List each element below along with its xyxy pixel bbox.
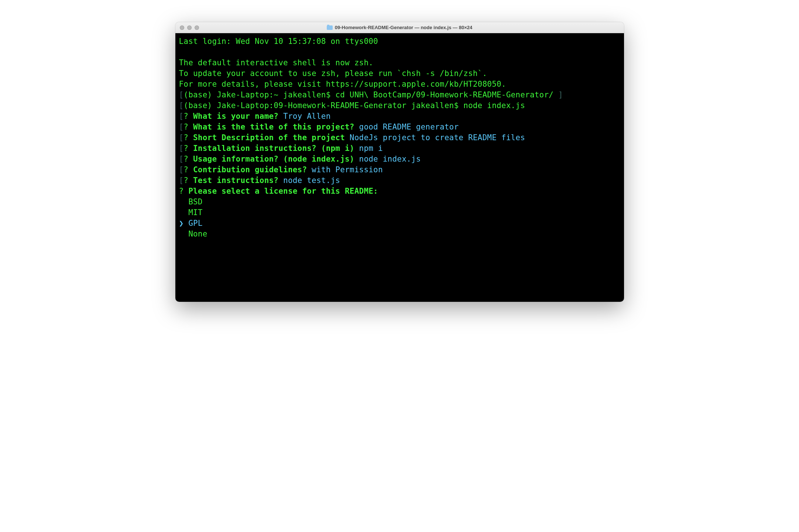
question-mark: ? [184, 112, 188, 121]
inquirer-question-line: [? What is your name? Troy Allen [179, 111, 620, 122]
question-mark: ? [184, 176, 188, 185]
answer-text: NodeJs project to create README files [345, 133, 525, 142]
shell-prompt-text: (base) Jake-Laptop:~ jakeallen$ cd UNH\ … [184, 90, 558, 99]
bracket-icon: [ [179, 90, 184, 99]
inquirer-question-line: [? Short Description of the project Node… [179, 132, 620, 143]
terminal-window: 09-Homework-README-Generator — node inde… [175, 22, 624, 302]
window-title: 09-Homework-README-Generator — node inde… [335, 25, 472, 30]
question-text: Contribution guidelines? [188, 165, 307, 174]
last-login-line: Last login: Wed Nov 10 15:37:08 on ttys0… [179, 36, 620, 47]
question-text: Test instructions? [188, 176, 278, 185]
blank-line [179, 47, 620, 58]
answer-text: Troy Allen [278, 112, 330, 121]
question-mark: ? [184, 133, 188, 142]
bracket-icon: [ [179, 155, 184, 163]
bracket-icon: [ [179, 144, 184, 153]
answer-text: good README generator [354, 122, 459, 131]
question-mark: ? [179, 187, 184, 196]
license-option[interactable]: MIT [179, 207, 620, 218]
bracket-icon: [ [179, 112, 184, 121]
license-option[interactable]: None [179, 229, 620, 239]
question-text: What is your name? [188, 112, 278, 121]
shell-prompt-line: [(base) Jake-Laptop:09-Homework-README-G… [179, 100, 620, 111]
answer-text: with Permission [307, 165, 383, 174]
bracket-icon: ] [558, 90, 563, 99]
inquirer-question-line: [? Contribution guidelines? with Permiss… [179, 165, 620, 175]
bracket-icon: [ [179, 101, 184, 110]
inquirer-question-line: ? Please select a license for this READM… [179, 186, 620, 197]
inquirer-question-line: [? Test instructions? node test.js [179, 175, 620, 186]
shell-prompt-line: [(base) Jake-Laptop:~ jakeallen$ cd UNH\… [179, 90, 620, 100]
folder-icon [327, 25, 333, 30]
question-text: What is the title of this project? [188, 122, 354, 131]
bracket-icon: [ [179, 176, 184, 185]
answer-text: node test.js [278, 176, 340, 185]
title-wrap: 09-Homework-README-Generator — node inde… [180, 25, 620, 30]
question-text: Please select a license for this README: [184, 187, 378, 196]
inquirer-question-line: [? Installation instructions? (npm i) np… [179, 143, 620, 154]
zsh-notice-line: To update your account to use zsh, pleas… [179, 68, 620, 79]
question-mark: ? [184, 122, 188, 131]
answer-text: npm i [354, 144, 383, 153]
question-mark: ? [184, 165, 188, 174]
close-icon[interactable] [180, 25, 184, 30]
minimize-icon[interactable] [187, 25, 192, 30]
window-controls [180, 25, 199, 30]
bracket-icon: [ [179, 133, 184, 142]
question-text: Usage information? (node index.js) [188, 155, 354, 163]
option-label: GPL [184, 219, 202, 228]
license-option-selected[interactable]: ❯ GPL [179, 218, 620, 229]
question-mark: ? [184, 144, 188, 153]
zsh-notice-line: For more details, please visit https://s… [179, 79, 620, 90]
bracket-icon: [ [179, 122, 184, 131]
maximize-icon[interactable] [195, 25, 199, 30]
terminal-body[interactable]: Last login: Wed Nov 10 15:37:08 on ttys0… [175, 33, 624, 302]
question-mark: ? [184, 155, 188, 163]
titlebar[interactable]: 09-Homework-README-Generator — node inde… [175, 22, 624, 33]
question-text: Short Description of the project [188, 133, 345, 142]
question-text: Installation instructions? (npm i) [188, 144, 354, 153]
inquirer-question-line: [? Usage information? (node index.js) no… [179, 154, 620, 165]
pointer-icon: ❯ [179, 219, 184, 228]
shell-prompt-text: (base) Jake-Laptop:09-Homework-README-Ge… [184, 101, 525, 110]
inquirer-question-line: [? What is the title of this project? go… [179, 122, 620, 132]
license-option[interactable]: BSD [179, 197, 620, 207]
zsh-notice-line: The default interactive shell is now zsh… [179, 58, 620, 68]
answer-text: node index.js [354, 155, 421, 163]
bracket-icon: [ [179, 165, 184, 174]
